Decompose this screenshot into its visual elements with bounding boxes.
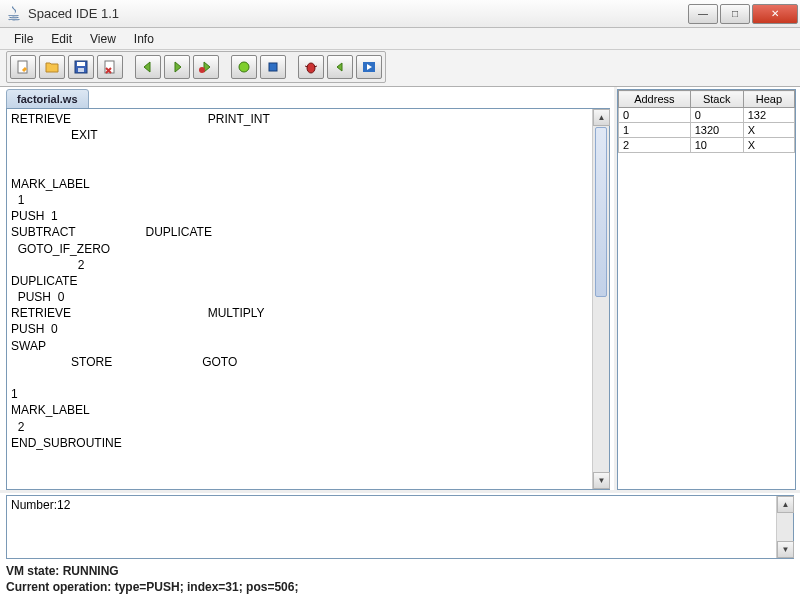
memory-pane: Address Stack Heap 0 0 132 1 1320 X	[617, 87, 800, 492]
svg-rect-7	[269, 63, 277, 71]
java-icon	[6, 6, 22, 22]
svg-point-6	[239, 62, 249, 72]
close-button[interactable]: ✕	[752, 4, 798, 24]
new-file-icon	[15, 59, 31, 75]
svg-point-5	[199, 67, 205, 73]
svg-rect-2	[77, 62, 85, 66]
current-operation: Current operation: type=PUSH; index=31; …	[6, 579, 794, 595]
debug-step-icon	[198, 59, 214, 75]
code-editor[interactable]: RETRIEVE PRINT_INT EXIT MARK_LABEL 1 PUS…	[7, 109, 592, 489]
scroll-down-icon[interactable]: ▼	[777, 541, 794, 558]
memory-table-shell: Address Stack Heap 0 0 132 1 1320 X	[617, 89, 796, 490]
memory-table: Address Stack Heap 0 0 132 1 1320 X	[618, 90, 795, 153]
open-folder-icon	[44, 59, 60, 75]
col-stack[interactable]: Stack	[690, 91, 743, 108]
editor-scrollbar[interactable]: ▲ ▼	[592, 109, 609, 489]
toolbar-separator	[222, 55, 228, 79]
editor-pane: factorial.ws RETRIEVE PRINT_INT EXIT MAR…	[0, 87, 617, 492]
save-button[interactable]	[68, 55, 94, 79]
step-forward-icon	[361, 59, 377, 75]
scroll-down-icon[interactable]: ▼	[593, 472, 610, 489]
toolbar-container	[0, 50, 800, 87]
tab-factorial[interactable]: factorial.ws	[6, 89, 89, 109]
open-button[interactable]	[39, 55, 65, 79]
minimize-button[interactable]: —	[688, 4, 718, 24]
table-row[interactable]: 2 10 X	[619, 138, 795, 153]
editor-shell: RETRIEVE PRINT_INT EXIT MARK_LABEL 1 PUS…	[6, 108, 610, 490]
bottom-pane: Number:12 ▲ ▼ VM state: RUNNING Current …	[0, 490, 800, 600]
step-back-icon	[332, 59, 348, 75]
menu-edit[interactable]: Edit	[43, 30, 80, 48]
window-controls: — □ ✕	[688, 4, 798, 24]
body-area: factorial.ws RETRIEVE PRINT_INT EXIT MAR…	[0, 87, 800, 492]
scroll-up-icon[interactable]: ▲	[593, 109, 610, 126]
tabbar: factorial.ws	[6, 89, 610, 109]
debug-step-button[interactable]	[193, 55, 219, 79]
menu-info[interactable]: Info	[126, 30, 162, 48]
menu-view[interactable]: View	[82, 30, 124, 48]
save-icon	[73, 59, 89, 75]
debug-button[interactable]	[298, 55, 324, 79]
svg-point-8	[307, 63, 315, 73]
console-shell: Number:12 ▲ ▼	[6, 495, 794, 559]
table-row[interactable]: 0 0 132	[619, 108, 795, 123]
delete-file-button[interactable]	[97, 55, 123, 79]
run-icon	[236, 59, 252, 75]
maximize-button[interactable]: □	[720, 4, 750, 24]
new-file-button[interactable]	[10, 55, 36, 79]
scroll-up-icon[interactable]: ▲	[777, 496, 794, 513]
svg-rect-3	[78, 68, 84, 72]
status-bar: VM state: RUNNING Current operation: typ…	[6, 559, 794, 595]
table-row[interactable]: 1 1320 X	[619, 123, 795, 138]
delete-file-icon	[102, 59, 118, 75]
vm-state: VM state: RUNNING	[6, 563, 794, 579]
run-button[interactable]	[231, 55, 257, 79]
titlebar: Spaced IDE 1.1 — □ ✕	[0, 0, 800, 28]
toolbar-separator	[126, 55, 132, 79]
toolbar	[6, 51, 386, 83]
arrow-left-icon	[140, 59, 156, 75]
window-title: Spaced IDE 1.1	[28, 6, 688, 21]
menubar: File Edit View Info	[0, 28, 800, 50]
svg-rect-0	[18, 61, 27, 73]
forward-button[interactable]	[164, 55, 190, 79]
stop-icon	[265, 59, 281, 75]
arrow-right-icon	[169, 59, 185, 75]
col-heap[interactable]: Heap	[743, 91, 794, 108]
stop-button[interactable]	[260, 55, 286, 79]
step-forward-button[interactable]	[356, 55, 382, 79]
toolbar-separator	[289, 55, 295, 79]
back-button[interactable]	[135, 55, 161, 79]
scroll-thumb[interactable]	[595, 127, 607, 297]
step-back-button[interactable]	[327, 55, 353, 79]
col-address[interactable]: Address	[619, 91, 691, 108]
menu-file[interactable]: File	[6, 30, 41, 48]
debug-icon	[303, 59, 319, 75]
console-output[interactable]: Number:12	[7, 496, 776, 558]
console-scrollbar[interactable]: ▲ ▼	[776, 496, 793, 558]
